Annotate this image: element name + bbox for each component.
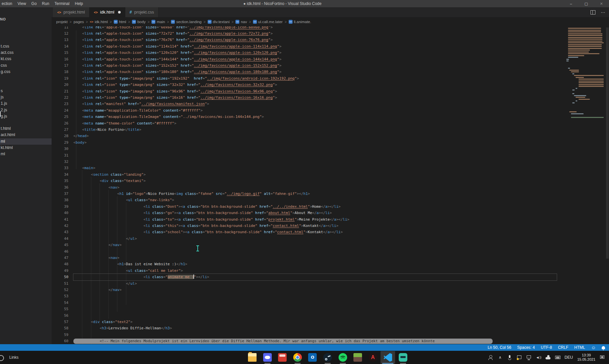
code-text[interactable]: <link rel="apple-touch-icon" sizes="60x6… (73, 26, 273, 30)
line-number[interactable]: 12 (52, 30, 68, 37)
code-line-49[interactable]: 49<ul class="call me later"> (52, 268, 609, 274)
sidebar-file-css[interactable]: css (0, 62, 52, 69)
breadcrumb-item-main[interactable]: main (151, 20, 165, 24)
breadcrumb-item-pages[interactable]: pages (73, 20, 84, 24)
split-editor-icon[interactable] (590, 10, 595, 15)
line-number[interactable]: 32 (52, 159, 68, 165)
code-text[interactable]: <!-- Mein folgendes Modulprojekt ist ein… (73, 339, 493, 344)
code-text[interactable]: <title>Nico Fortino</title> (73, 127, 141, 133)
tab-idk.html[interactable]: <>idk.html (90, 7, 125, 17)
modified-dot-icon[interactable] (118, 11, 121, 14)
code-line-39[interactable]: 39<li class="Dont"><a class="btn btn-bac… (52, 203, 609, 210)
code-line-22[interactable]: 22<link rel="icon" type="image/png" size… (52, 94, 609, 101)
breadcrumb-item-div.textani[interactable]: div.textani (208, 20, 230, 24)
code-line-38[interactable]: 38<ul class="nav-links"> (52, 197, 609, 203)
code-text[interactable]: <link rel="apple-touch-icon" sizes="114x… (73, 43, 281, 50)
sidebar-file-js[interactable]: js (0, 94, 52, 100)
breadcrumb-item-ul.call.me.later[interactable]: ul.call.me.later (253, 20, 283, 24)
line-number[interactable]: 47 (52, 255, 68, 261)
code-line-13[interactable]: 13<link rel="apple-touch-icon" sizes="76… (52, 37, 609, 43)
line-number[interactable]: 50 (52, 274, 68, 280)
code-text[interactable]: <div class="text2"> (73, 319, 133, 325)
code-line-37[interactable]: 37<h1 id="logo">Nico Fortino<img class="… (52, 191, 609, 197)
code-line-54[interactable]: 54 (52, 300, 609, 306)
line-number[interactable]: 41 (52, 216, 68, 223)
eol-status[interactable]: CRLF (558, 345, 568, 350)
code-text[interactable]: <li class="school"><a class="btn btn-bac… (73, 229, 343, 235)
people-icon[interactable] (488, 355, 493, 360)
code-text[interactable]: <link rel="apple-touch-icon" sizes="152x… (73, 62, 281, 69)
sidebar-file-g.js[interactable]: g.js (0, 113, 52, 120)
code-line-41[interactable]: 41<li class="to"><a class="btn btn-backg… (52, 216, 609, 223)
action-center-icon[interactable] (600, 355, 605, 360)
language-indicator[interactable]: DEU (565, 355, 573, 360)
code-line-29[interactable]: 29<body> (52, 139, 609, 146)
code-text[interactable]: </ul> (73, 236, 137, 242)
code-line-47[interactable]: 47<nav> (52, 255, 609, 261)
code-text[interactable]: <li class="to"><a class="btn btn-backgro… (73, 216, 349, 223)
line-number[interactable]: 57 (52, 319, 68, 325)
code-text[interactable]: <h1>Das ist eine Website :)</h1> (73, 261, 187, 267)
code-line-25[interactable]: 25<meta name="msapplication-TileImage" c… (52, 114, 609, 120)
code-line-59[interactable]: 59 (52, 332, 609, 338)
code-line-33[interactable]: 33<main> (52, 165, 609, 171)
sidebar-file-ml[interactable]: ml (0, 138, 52, 145)
breadcrumb-item-nav[interactable]: nav (235, 20, 247, 24)
code-line-53[interactable]: 53 (52, 293, 609, 299)
code-line-42[interactable]: 42<li class="this"><a class="btn btn-bac… (52, 223, 609, 229)
line-number[interactable]: 22 (52, 94, 68, 101)
code-line-58[interactable]: 58<h3>Lernvideo Diffie-Hellman</h3> (52, 325, 609, 331)
code-text[interactable]: <meta name="theme-color" content="#fffff… (73, 120, 176, 127)
menu-item-ection[interactable]: ection (1, 1, 13, 6)
line-number[interactable]: 33 (52, 165, 68, 171)
breadcrumb-item-projekt[interactable]: projekt (56, 20, 68, 24)
line-number[interactable]: 51 (52, 280, 68, 287)
taskbar-app-outlook-icon[interactable] (305, 351, 320, 364)
line-number[interactable]: 27 (52, 127, 68, 133)
line-number[interactable]: 29 (52, 139, 68, 146)
taskbar-app-teal-chat-icon[interactable] (396, 351, 410, 364)
code-line-30[interactable]: 30 (52, 146, 609, 152)
tab-projekt.html[interactable]: <>projekt.html (53, 7, 90, 17)
code-line-11[interactable]: 11<link rel="apple-touch-icon" sizes="60… (52, 26, 609, 30)
line-number[interactable]: 13 (52, 37, 68, 43)
code-text[interactable]: <nav> (73, 255, 119, 261)
taskbar-app-apex-icon[interactable] (366, 351, 380, 364)
code-text[interactable]: <li class="animate me :"></li> (73, 274, 557, 280)
explorer-folder-header[interactable]: NO (0, 17, 6, 21)
code-line-40[interactable]: 40<li class="go"><a class="btn btn-backg… (52, 210, 609, 216)
code-line-26[interactable]: 26<meta name="theme-color" content="#fff… (52, 120, 609, 127)
taskbar-app-minecraft-icon[interactable] (350, 351, 365, 364)
code-line-51[interactable]: 51</ul> (52, 280, 609, 287)
code-line-12[interactable]: 12<link rel="apple-touch-icon" sizes="72… (52, 30, 609, 37)
editor-more-actions-icon[interactable]: ⋯ (601, 10, 606, 15)
sidebar-file-act.html[interactable]: act.html (0, 132, 52, 138)
taskbar-app-chrome-icon[interactable] (290, 351, 305, 364)
code-text[interactable]: <h3>Lernvideo Diffie-Hellman</h3> (73, 325, 172, 331)
taskbar-app-red-app-icon[interactable] (275, 351, 290, 364)
line-number[interactable]: 60 (52, 338, 68, 344)
code-line-57[interactable]: 57<div class="text2"> (52, 319, 609, 325)
code-text[interactable]: <link rel="icon" type="image/png" sizes=… (73, 88, 277, 94)
code-text[interactable]: </ul> (73, 280, 137, 287)
line-number[interactable]: 56 (52, 312, 68, 319)
touch-keyboard-icon[interactable] (555, 355, 560, 360)
code-line-46[interactable]: 46 (52, 248, 609, 255)
code-text[interactable]: <li class="go"><a class="btn btn-backgro… (73, 210, 332, 216)
code-line-23[interactable]: 23<link rel="manifest" href="../img/favi… (52, 101, 609, 107)
menu-item-help[interactable]: Help (74, 1, 84, 6)
close-button[interactable]: ✕ (594, 0, 609, 7)
line-number[interactable]: 35 (52, 178, 68, 184)
code-text[interactable]: </head> (73, 133, 89, 139)
feedback-smiley-icon[interactable]: ☺ (591, 345, 596, 350)
menu-item-go[interactable]: Go (31, 1, 37, 6)
code-text[interactable]: <div class="textani"> (73, 178, 146, 184)
code-line-36[interactable]: 36<nav> (52, 184, 609, 191)
code-line-43[interactable]: 43<li class="school"><a class="btn btn-b… (52, 229, 609, 235)
line-number[interactable]: 58 (52, 325, 68, 331)
tab-projekt.css[interactable]: #projekt.css (125, 7, 159, 17)
code-line-35[interactable]: 35<div class="textani"> (52, 178, 609, 184)
code-text[interactable]: <link rel="apple-touch-icon" sizes="144x… (73, 56, 281, 62)
code-line-48[interactable]: 48<h1>Das ist eine Website :)</h1> (52, 261, 609, 267)
microphone-icon[interactable] (507, 355, 512, 360)
